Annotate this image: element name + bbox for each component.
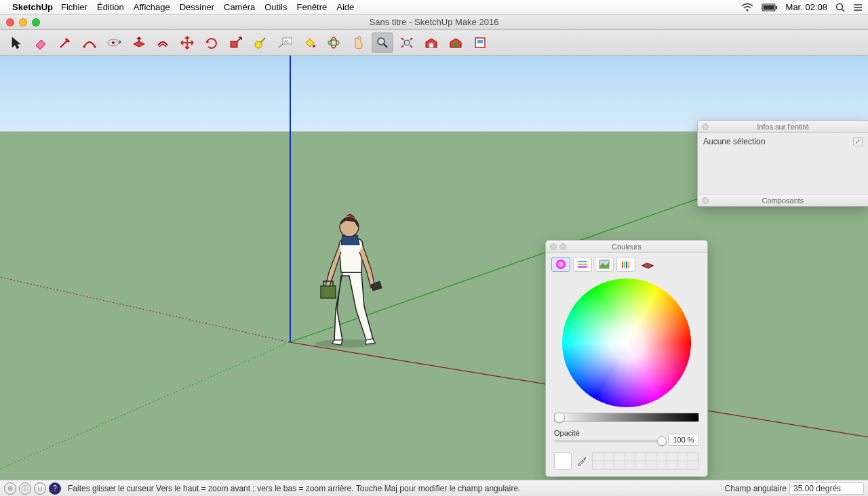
color-wheel-marker[interactable]: [622, 338, 631, 348]
opacity-knob[interactable]: [657, 436, 667, 446]
color-tab-materials[interactable]: [638, 257, 657, 272]
tool-offset[interactable]: [152, 33, 174, 53]
status-bar: ⊕ ⓘ ☺ ? Faites glisser le curseur Vers l…: [0, 480, 868, 496]
main-toolbar: A1: [0, 30, 868, 56]
svg-point-0: [746, 9, 748, 11]
tool-move[interactable]: [176, 33, 198, 53]
svg-rect-29: [477, 40, 483, 43]
axis-z: [290, 56, 291, 342]
status-hint: Faites glisser le curseur Vers le haut =…: [68, 484, 520, 493]
tool-3d-warehouse[interactable]: [420, 33, 442, 53]
svg-line-16: [260, 38, 265, 43]
menubar-clock[interactable]: Mar. 02:08: [786, 2, 827, 12]
svg-rect-43: [624, 262, 625, 268]
svg-point-27: [454, 43, 458, 47]
svg-point-4: [837, 3, 843, 9]
geo-location-icon[interactable]: ⊕: [4, 482, 16, 495]
tool-pan[interactable]: [347, 33, 369, 53]
help-icon[interactable]: ?: [49, 482, 61, 495]
svg-point-13: [112, 41, 115, 44]
brightness-slider[interactable]: [554, 413, 699, 422]
notification-center-icon[interactable]: [853, 3, 863, 12]
svg-line-19: [279, 44, 283, 47]
current-color-swatch[interactable]: [554, 452, 572, 470]
menu-file[interactable]: Fichier: [61, 2, 87, 12]
opacity-value[interactable]: 100 %: [668, 434, 699, 446]
menu-view[interactable]: Affichage: [134, 2, 170, 12]
battery-icon[interactable]: [762, 3, 778, 12]
window-title: Sans titre - SketchUp Make 2016: [0, 17, 868, 27]
panel-close-icon[interactable]: [702, 123, 709, 130]
svg-line-24: [384, 44, 387, 47]
menu-edit[interactable]: Édition: [97, 2, 124, 12]
components-panel-header[interactable]: Composants: [698, 194, 868, 206]
menu-camera[interactable]: Caméra: [224, 2, 255, 12]
tool-line[interactable]: [54, 33, 76, 53]
color-tab-sliders[interactable]: [573, 257, 592, 272]
tool-extension-warehouse[interactable]: [445, 33, 467, 53]
svg-line-33: [0, 342, 290, 469]
tool-push-pull[interactable]: [127, 33, 149, 53]
svg-point-10: [83, 45, 85, 47]
axes: [0, 56, 868, 480]
svg-rect-38: [578, 261, 587, 262]
model-viewport[interactable]: Infos sur l'entité Aucune sélection ⤢ Co…: [0, 56, 868, 480]
color-tab-image[interactable]: [595, 257, 614, 272]
spotlight-icon[interactable]: [835, 3, 845, 12]
tool-paint-bucket[interactable]: [298, 33, 320, 53]
eyedropper-icon[interactable]: [576, 455, 588, 467]
svg-line-9: [60, 40, 68, 47]
color-wheel[interactable]: [562, 278, 691, 407]
wifi-icon[interactable]: [741, 3, 753, 12]
entity-info-panel[interactable]: Infos sur l'entité Aucune sélection ⤢ Co…: [697, 120, 868, 207]
tool-layout[interactable]: [469, 33, 491, 53]
window-minimize-button[interactable]: [19, 18, 27, 26]
window-titlebar[interactable]: Sans titre - SketchUp Make 2016: [0, 15, 868, 30]
svg-rect-42: [622, 262, 623, 268]
window-zoom-button[interactable]: [32, 18, 40, 26]
credits-icon[interactable]: ⓘ: [19, 482, 31, 495]
svg-rect-2: [763, 5, 774, 9]
measurement-field[interactable]: 35.00 degrés: [789, 482, 864, 495]
svg-point-22: [331, 37, 336, 48]
svg-rect-3: [776, 6, 777, 9]
entity-expand-button[interactable]: ⤢: [853, 137, 863, 146]
menu-help[interactable]: Aide: [336, 2, 354, 12]
svg-text:A1: A1: [284, 39, 290, 43]
svg-point-37: [556, 260, 566, 269]
color-swatches-grid[interactable]: [592, 452, 699, 470]
tool-scale[interactable]: [225, 33, 247, 53]
app-menu[interactable]: SketchUp: [12, 2, 53, 12]
scale-figure[interactable]: [309, 208, 403, 350]
tool-orbit[interactable]: [323, 33, 344, 53]
svg-rect-39: [578, 264, 587, 265]
panel-minimize-icon[interactable]: [559, 243, 566, 250]
svg-point-11: [94, 45, 96, 47]
colors-panel[interactable]: Couleurs Opacité 100 %: [545, 240, 708, 477]
opacity-slider[interactable]: [554, 440, 662, 442]
tool-rotate[interactable]: [201, 33, 222, 53]
brightness-knob[interactable]: [554, 412, 565, 423]
svg-rect-26: [429, 43, 433, 47]
entity-info-title: Infos sur l'entité: [757, 123, 809, 131]
colors-title: Couleurs: [612, 243, 642, 251]
tool-zoom-extents[interactable]: [396, 33, 418, 53]
menu-tools[interactable]: Outils: [264, 2, 287, 12]
panel-close-icon[interactable]: [550, 243, 557, 250]
tool-shapes[interactable]: [103, 33, 125, 53]
window-close-button[interactable]: [6, 18, 14, 26]
tool-arc[interactable]: [79, 33, 100, 53]
tool-eraser[interactable]: [30, 33, 52, 53]
user-icon[interactable]: ☺: [34, 482, 46, 495]
tool-zoom[interactable]: [372, 33, 393, 53]
menu-draw[interactable]: Dessiner: [180, 2, 214, 12]
svg-line-31: [0, 277, 290, 342]
color-tab-crayons[interactable]: [616, 257, 635, 272]
tool-select[interactable]: [5, 33, 27, 53]
measurement-label: Champ angulaire: [725, 484, 787, 493]
mac-menubar: SketchUp Fichier Édition Affichage Dessi…: [0, 0, 868, 15]
tool-tape-measure[interactable]: [250, 33, 271, 53]
tool-text[interactable]: A1: [274, 33, 296, 53]
color-tab-wheel[interactable]: [551, 257, 570, 272]
menu-window[interactable]: Fenêtre: [296, 2, 327, 12]
